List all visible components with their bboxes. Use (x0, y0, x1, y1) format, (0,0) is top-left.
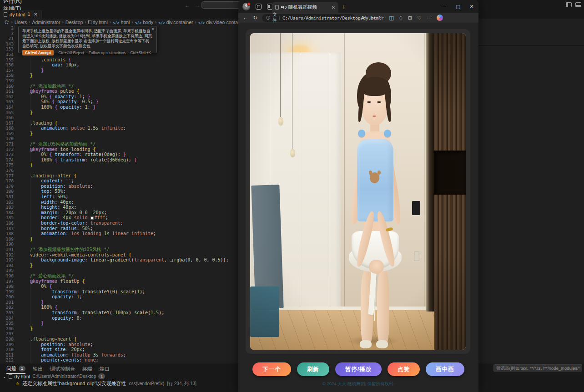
button-点赞[interactable]: 点赞 (388, 362, 420, 376)
refresh-icon[interactable]: ↻ (253, 15, 257, 21)
warning-text: 还定义标准属性"background-clip"以实现兼容性 (22, 380, 126, 387)
code-line-197: 197 @keyframes floatUp { (0, 279, 238, 284)
new-tab-button[interactable]: + (342, 3, 346, 10)
back-icon[interactable]: ← (243, 15, 248, 21)
code-line-160: 160 /* 添加加载动画 */ (0, 84, 238, 89)
panel-tab-输出[interactable]: 输出 (33, 366, 43, 374)
favorites-list-icon[interactable]: ✩ (399, 15, 403, 21)
code-line-190: 190 (0, 241, 238, 247)
inline-chat-tooltip: ✕ 苹果手机上播放显示的不显全面屏咋回事, 适配不了曲面屏, 苹果手机播放自动进… (18, 26, 157, 53)
button-画中画[interactable]: 画中画 (426, 362, 464, 376)
code-line-157: 157 } (0, 68, 238, 73)
html-element-icon: </> (198, 21, 205, 25)
line-number: 172 (0, 147, 14, 152)
tab-close-icon[interactable]: ✕ (332, 5, 335, 10)
line-number: 158 (0, 73, 14, 78)
code-line-170: 170 (0, 136, 238, 141)
video-frame[interactable] (250, 33, 466, 350)
toggle-panel-icon[interactable] (575, 2, 581, 7)
maximize-button[interactable]: ▢ (451, 0, 465, 13)
breadcrumb-item-Desktop[interactable]: Desktop (65, 20, 83, 25)
tab-close-icon[interactable]: ✕ (34, 12, 37, 17)
breadcrumb-item-dy-html[interactable]: dy.html (88, 20, 108, 25)
button-下一个[interactable]: 下一个 (252, 362, 291, 376)
breadcrumb-item-Administrator[interactable]: Administrator (32, 20, 60, 25)
panel-tab-调试控制台[interactable]: 调试控制台 (50, 366, 75, 374)
code-line-183: 183 height: 40px; (0, 205, 238, 210)
warning-location: [行 234, 列 13] (167, 381, 196, 387)
problems-file-row[interactable]: ⌄ dy.html C:\Users\Administrator\Desktop… (3, 373, 105, 379)
breadcrumb-item-C-[interactable]: C: (5, 20, 10, 25)
code-line-182: 182 width: 40px; (0, 200, 238, 205)
code-line-206: 206 } (0, 326, 238, 332)
code-line-191: 191 /* 添加视频播放器控件的iOS风格 */ (0, 247, 238, 252)
warning-row[interactable]: ⚠ 还定义标准属性"background-clip"以实现兼容性 css(ven… (15, 380, 196, 387)
problems-filter-input[interactable] (493, 364, 582, 372)
accept-button[interactable]: Ctrl+⏎ Accept (22, 50, 54, 55)
code-line-188: 188 animation: ios-loading 1s linear inf… (0, 231, 238, 236)
history-forward-icon[interactable]: → (195, 2, 201, 9)
history-back-icon[interactable]: ← (184, 2, 190, 9)
code-line-202: 202 100% { (0, 305, 238, 310)
minimize-button[interactable]: — (438, 0, 451, 13)
button-刷新[interactable]: 刷新 (297, 362, 329, 376)
breadcrumb-item-Users[interactable]: Users (15, 20, 27, 25)
page-info-icon[interactable]: ⓘ (266, 15, 270, 21)
profile-avatar[interactable] (242, 3, 250, 10)
panel-tab-终端[interactable]: 终端 (82, 366, 92, 374)
read-aloud-icon[interactable]: A⁾ (361, 15, 366, 21)
tab-dy-html[interactable]: dy.html 1 ✕ (0, 10, 42, 19)
line-number: 205 (0, 321, 14, 326)
line-number: 191 (0, 247, 14, 252)
line-number: 161 (0, 89, 14, 94)
close-button[interactable]: ✕ (465, 0, 478, 13)
file-scheme-label: 文件 (272, 12, 277, 24)
browser-tab-active[interactable]: 随机舞蹈视频 ✕ (272, 2, 338, 13)
code-line-189: 189 } (0, 236, 238, 242)
code-line-171: 171 /* 添加iOS风格的加载动画 */ (0, 141, 238, 147)
breadcrumb-item-html[interactable]: </>html (113, 20, 130, 25)
line-number: 206 (0, 326, 14, 332)
panel-tab-端口[interactable]: 端口 (100, 366, 110, 374)
line-number: 156 (0, 62, 14, 68)
split-screen-icon[interactable]: ◫ (389, 15, 393, 21)
code-line-169: 169 } (0, 131, 238, 136)
panel-tab-问题[interactable]: 问题1 (6, 365, 25, 374)
line-number: 195 (0, 268, 14, 273)
audio-playing-icon[interactable] (281, 5, 286, 10)
favorites-star-icon[interactable]: ☆ (380, 15, 384, 21)
menu-R[interactable]: 运行(R) (0, 0, 25, 5)
followup-instructions[interactable]: Follow-up instructions... Ctrl+Shift+K (89, 50, 151, 55)
browser-essentials-icon[interactable]: ♡ (417, 15, 422, 21)
page-icon (275, 5, 279, 10)
video-autoplay-icon[interactable]: ▷ (371, 15, 374, 21)
problems-file-path: C:\Users\Administrator\Desktop (32, 374, 96, 379)
reject-button[interactable]: Ctrl+⌫ Reject (58, 50, 84, 55)
toggle-sidebar-icon[interactable] (566, 2, 572, 7)
button-暂停/播放[interactable]: 暂停/播放 (335, 362, 382, 376)
code-line-164: 164 100% { opacity: 1; } (0, 105, 238, 110)
address-bar[interactable]: ⓘ 文件 | C:/Users/Administrator/Desktop/dy… (262, 14, 355, 22)
code-line-177: 177 .loading::after { (0, 173, 238, 179)
breadcrumb-item-body[interactable]: </>body (135, 20, 153, 25)
code-line-196: 196 /* 爱心动画效果 */ (0, 273, 238, 279)
copilot-icon[interactable] (437, 15, 443, 21)
line-number: 212 (0, 357, 14, 363)
divider: | (279, 15, 280, 20)
line-number: 154 (0, 52, 14, 57)
video-container (246, 29, 470, 354)
code-line-211: 211 animation: floatUp 3s forwards; (0, 352, 238, 358)
breadcrumb-item-div-container[interactable]: </>div.container (158, 20, 193, 25)
line-number: 179 (0, 184, 14, 189)
line-number: 164 (0, 105, 14, 110)
line-number: 171 (0, 141, 14, 147)
line-number: 21 (0, 36, 14, 41)
workspaces-icon[interactable] (256, 4, 262, 10)
more-options-icon[interactable]: ⋯ (427, 15, 432, 21)
line-number: 186 (0, 221, 14, 226)
breadcrumb-separator: › (110, 20, 111, 25)
code-editor[interactable]: 2321143153154155 .controls {156 gap: 10p… (0, 25, 238, 363)
code-line-173: 173 0% { transform: rotate(0deg); } (0, 152, 238, 157)
close-icon[interactable]: ✕ (151, 27, 155, 31)
collections-icon[interactable]: ⊞ (408, 15, 412, 21)
